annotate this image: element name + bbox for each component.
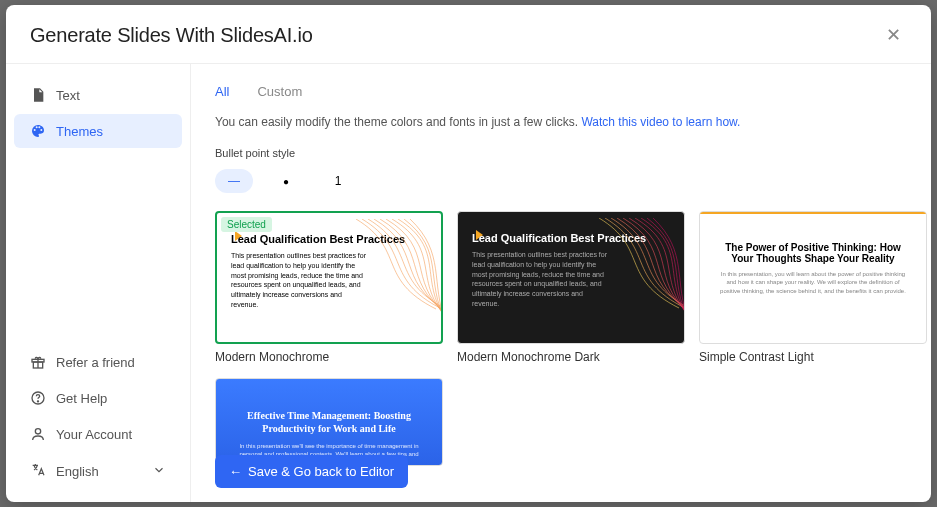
theme-name: Modern Monochrome (215, 350, 443, 364)
theme-card: Selected Lead Qualification Best Practic… (215, 211, 443, 364)
main-panel: All Custom You can easily modify the the… (191, 64, 931, 502)
sidebar-item-label: Refer a friend (56, 355, 135, 370)
theme-thumb-modern-monochrome-dark[interactable]: Lead Qualification Best Practices This p… (457, 211, 685, 344)
theme-card: Lead Qualification Best Practices This p… (457, 211, 685, 364)
save-bar: ← Save & Go back to Editor (215, 455, 408, 488)
dialog-header: Generate Slides With SlidesAI.io ✕ (6, 5, 931, 64)
dialog: Generate Slides With SlidesAI.io ✕ Text … (6, 5, 931, 502)
tabs: All Custom (215, 84, 907, 101)
sidebar: Text Themes Refer a friend (6, 64, 191, 502)
sidebar-item-label: Themes (56, 124, 103, 139)
help-icon (30, 390, 46, 406)
theme-name: Simple Contrast Light (699, 350, 927, 364)
sidebar-item-themes[interactable]: Themes (14, 114, 182, 148)
svg-point-3 (37, 401, 38, 402)
close-button[interactable]: ✕ (879, 21, 907, 49)
preview-title: Lead Qualification Best Practices (231, 233, 427, 245)
gift-icon (30, 354, 46, 370)
bullet-dot[interactable] (267, 169, 305, 193)
save-button-label: Save & Go back to Editor (248, 464, 394, 479)
themes-grid: Selected Lead Qualification Best Practic… (215, 211, 907, 466)
subtext: You can easily modify the theme colors a… (215, 115, 907, 129)
theme-thumb-simple-contrast-light[interactable]: The Power of Positive Thinking: How Your… (699, 211, 927, 344)
sidebar-item-refer[interactable]: Refer a friend (14, 345, 182, 379)
dialog-title: Generate Slides With SlidesAI.io (30, 24, 313, 47)
chevron-down-icon (152, 463, 166, 480)
preview-title: The Power of Positive Thinking: How Your… (718, 242, 908, 264)
language-label: English (56, 464, 99, 479)
sidebar-item-help[interactable]: Get Help (14, 381, 182, 415)
dialog-body: Text Themes Refer a friend (6, 64, 931, 502)
bullet-number[interactable]: 1 (319, 169, 357, 193)
theme-card: Effective Time Management: Boosting Prod… (215, 378, 443, 466)
accent-bar (700, 212, 926, 214)
preview-desc: This presentation outlines best practice… (231, 251, 371, 310)
theme-thumb-modern-monochrome[interactable]: Selected Lead Qualification Best Practic… (215, 211, 443, 344)
preview-desc: This presentation outlines best practice… (472, 250, 612, 309)
theme-thumb-blue[interactable]: Effective Time Management: Boosting Prod… (215, 378, 443, 466)
sidebar-item-account[interactable]: Your Account (14, 417, 182, 451)
bullet-style-row: — 1 (215, 169, 907, 193)
tab-custom[interactable]: Custom (257, 84, 302, 101)
sidebar-item-label: Your Account (56, 427, 132, 442)
preview-title: Lead Qualification Best Practices (472, 232, 670, 244)
selected-badge: Selected (221, 217, 272, 232)
close-icon: ✕ (886, 24, 901, 46)
learn-how-link[interactable]: Watch this video to learn how. (581, 115, 740, 129)
sidebar-item-text[interactable]: Text (14, 78, 182, 112)
sidebar-item-label: Get Help (56, 391, 107, 406)
save-button[interactable]: ← Save & Go back to Editor (215, 455, 408, 488)
language-icon (30, 462, 46, 481)
account-icon (30, 426, 46, 442)
theme-name: Modern Monochrome Dark (457, 350, 685, 364)
preview-desc: In this presentation, you will learn abo… (718, 270, 908, 295)
subtext-text: You can easily modify the theme colors a… (215, 115, 578, 129)
language-selector[interactable]: English (14, 453, 182, 490)
sidebar-item-label: Text (56, 88, 80, 103)
tab-all[interactable]: All (215, 84, 229, 101)
document-icon (30, 87, 46, 103)
bullet-dash[interactable]: — (215, 169, 253, 193)
theme-card: The Power of Positive Thinking: How Your… (699, 211, 927, 364)
palette-icon (30, 123, 46, 139)
svg-point-4 (35, 429, 40, 434)
bullet-label: Bullet point style (215, 147, 907, 159)
preview-title: Effective Time Management: Boosting Prod… (232, 409, 426, 435)
arrow-left-icon: ← (229, 464, 242, 479)
